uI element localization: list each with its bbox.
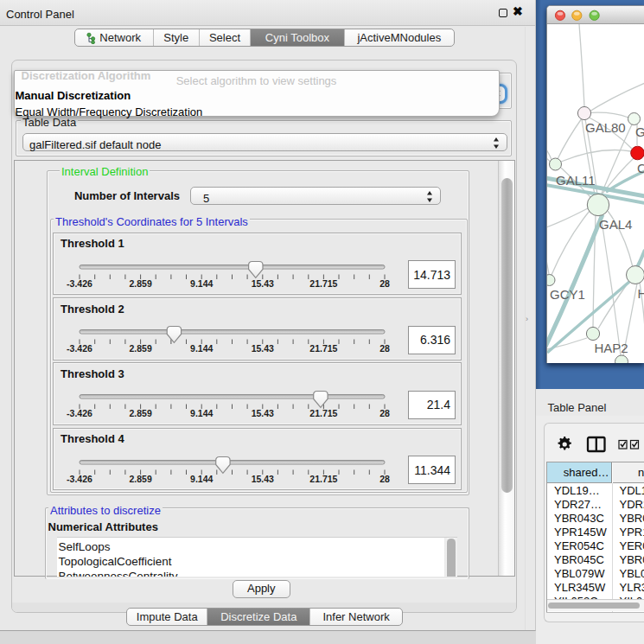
svg-text:C: C bbox=[637, 161, 644, 175]
svg-text:HAP2: HAP2 bbox=[594, 341, 628, 355]
svg-text:GA: GA bbox=[635, 124, 644, 139]
svg-text:GAL4: GAL4 bbox=[599, 217, 632, 232]
svg-text:GAL11: GAL11 bbox=[556, 173, 596, 188]
svg-text:GCY1: GCY1 bbox=[550, 287, 585, 302]
svg-text:HA: HA bbox=[637, 286, 644, 301]
svg-text:GAL80: GAL80 bbox=[585, 120, 626, 135]
